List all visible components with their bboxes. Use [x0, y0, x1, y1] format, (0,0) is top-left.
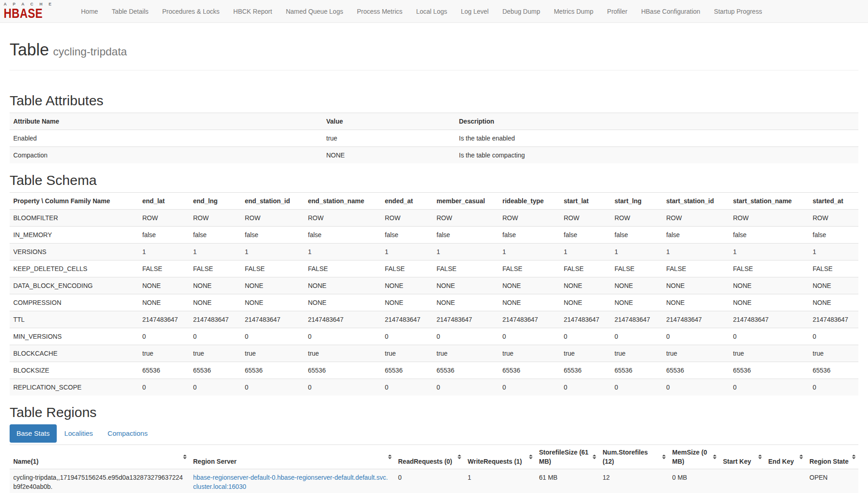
regions-col-memsize-0-mb[interactable]: MemSize (0 MB) — [669, 444, 719, 469]
main-content: Tablecycling-tripdata Table Attributes A… — [0, 41, 868, 493]
regions-col-start-key[interactable]: Start Key — [719, 444, 765, 469]
schema-value: 2147483647 — [189, 311, 241, 328]
regions-col-region-state[interactable]: Region State — [806, 444, 858, 469]
navbar-link-named-queue-logs[interactable]: Named Queue Logs — [286, 8, 343, 15]
sort-up-arrow — [529, 455, 533, 456]
schema-value: 2147483647 — [241, 311, 304, 328]
attributes-heading: Table Attributes — [10, 93, 858, 108]
schema-value: 0 — [189, 379, 241, 395]
navbar-link-process-metrics[interactable]: Process Metrics — [357, 8, 403, 15]
schema-value: 2147483647 — [729, 311, 809, 328]
schema-value: false — [663, 226, 729, 243]
schema-value: true — [809, 345, 858, 362]
region-tabs: Base StatsLocalitiesCompactions — [10, 424, 858, 443]
sort-up-arrow — [662, 455, 666, 456]
schema-value: 0 — [139, 379, 189, 395]
schema-value: NONE — [241, 277, 304, 294]
schema-value: 2147483647 — [381, 311, 433, 328]
schema-value: NONE — [611, 294, 663, 311]
region-name: cycling-tripdata,,1719475156245.e95d0a13… — [10, 469, 189, 493]
schema-value: 0 — [499, 379, 560, 395]
table-row: BLOOMFILTERROWROWROWROWROWROWROWROWROWRO… — [10, 209, 858, 226]
schema-value: NONE — [809, 294, 858, 311]
navbar-link-hbase-configuration[interactable]: HBase Configuration — [641, 8, 700, 15]
attr-col-value: Value — [323, 113, 455, 130]
navbar-item-hbck-report: HBCK Report — [226, 8, 279, 15]
schema-value: NONE — [433, 294, 499, 311]
navbar-item-log-level: Log Level — [454, 8, 496, 15]
sort-icon — [662, 455, 666, 459]
schema-value: 65536 — [809, 362, 858, 379]
page-title-text: Table — [10, 40, 49, 59]
navbar-link-hbck-report[interactable]: HBCK Report — [233, 8, 272, 15]
regions-col-label: Region Server — [193, 458, 237, 465]
schema-value: true — [304, 345, 381, 362]
navbar-link-procedures-locks[interactable]: Procedures & Locks — [162, 8, 220, 15]
navbar-link-log-level[interactable]: Log Level — [461, 8, 489, 15]
navbar-item-hbase-configuration: HBase Configuration — [634, 8, 707, 15]
region-server-link[interactable]: hbase-regionserver-default-0.hbase-regio… — [193, 474, 388, 490]
schema-value: true — [560, 345, 611, 362]
schema-value: 0 — [241, 328, 304, 345]
schema-value: true — [189, 345, 241, 362]
sort-up-arrow — [852, 455, 856, 456]
schema-value: 2147483647 — [809, 311, 858, 328]
navbar-link-profiler[interactable]: Profiler — [607, 8, 627, 15]
regions-col-label: End Key — [768, 458, 794, 465]
schema-value: NONE — [189, 294, 241, 311]
schema-value: false — [809, 226, 858, 243]
navbar-link-table-details[interactable]: Table Details — [112, 8, 148, 15]
region-num-storefiles: 12 — [599, 469, 669, 493]
navbar-item-procedures-locks: Procedures & Locks — [156, 8, 226, 15]
schema-value: true — [663, 345, 729, 362]
table-row: COMPRESSIONNONENONENONENONENONENONENONEN… — [10, 294, 858, 311]
schema-value: false — [433, 226, 499, 243]
regions-col-storefilesize-61-mb[interactable]: StorefileSize (61 MB) — [535, 444, 599, 469]
schema-family-start_station_id: start_station_id — [663, 192, 729, 209]
regions-col-end-key[interactable]: End Key — [765, 444, 806, 469]
schema-value: ROW — [433, 209, 499, 226]
navbar-link-metrics-dump[interactable]: Metrics Dump — [554, 8, 593, 15]
schema-value: 65536 — [560, 362, 611, 379]
hbase-logo[interactable]: A P A C H E HBASE — [4, 2, 58, 20]
schema-value: 2147483647 — [433, 311, 499, 328]
schema-value: NONE — [381, 294, 433, 311]
tab-base-stats[interactable]: Base Stats — [10, 424, 57, 443]
schema-value: ROW — [663, 209, 729, 226]
tab-localities[interactable]: Localities — [58, 424, 100, 443]
sort-up-arrow — [183, 455, 187, 456]
navbar-link-debug-dump[interactable]: Debug Dump — [502, 8, 540, 15]
schema-property: COMPRESSION — [10, 294, 139, 311]
schema-value: 1 — [189, 243, 241, 260]
schema-value: 1 — [139, 243, 189, 260]
navbar-link-local-logs[interactable]: Local Logs — [416, 8, 447, 15]
schema-family-start_lat: start_lat — [560, 192, 611, 209]
regions-col-num-storefiles-12[interactable]: Num.Storefiles (12) — [599, 444, 669, 469]
navbar-link-startup-progress[interactable]: Startup Progress — [714, 8, 762, 15]
sort-up-arrow — [758, 455, 762, 456]
regions-col-label: Num.Storefiles (12) — [603, 449, 648, 465]
regions-col-writerequests-1[interactable]: WriteRequests (1) — [464, 444, 535, 469]
schema-value: NONE — [663, 277, 729, 294]
tab-compactions[interactable]: Compactions — [101, 424, 155, 443]
sort-up-arrow — [458, 455, 461, 456]
navbar-link-home[interactable]: Home — [81, 8, 98, 15]
regions-table: Name(1)Region ServerReadRequests (0)Writ… — [10, 444, 858, 493]
schema-value: 65536 — [663, 362, 729, 379]
schema-value: 65536 — [433, 362, 499, 379]
table-row: KEEP_DELETED_CELLSFALSEFALSEFALSEFALSEFA… — [10, 260, 858, 277]
attributes-table: Attribute Name Value Description Enabled… — [10, 113, 858, 163]
schema-value: false — [381, 226, 433, 243]
regions-col-name-1[interactable]: Name(1) — [10, 444, 189, 469]
navbar-item-named-queue-logs: Named Queue Logs — [279, 8, 350, 15]
table-row: Enabled true Is the table enabled — [10, 130, 858, 146]
schema-value: ROW — [381, 209, 433, 226]
regions-col-readrequests-0[interactable]: ReadRequests (0) — [394, 444, 464, 469]
schema-value: 0 — [139, 328, 189, 345]
schema-value: FALSE — [611, 260, 663, 277]
schema-value: 1 — [381, 243, 433, 260]
schema-value: 0 — [560, 328, 611, 345]
regions-col-region-server[interactable]: Region Server — [189, 444, 394, 469]
sort-down-arrow — [458, 457, 461, 459]
schema-value: false — [499, 226, 560, 243]
